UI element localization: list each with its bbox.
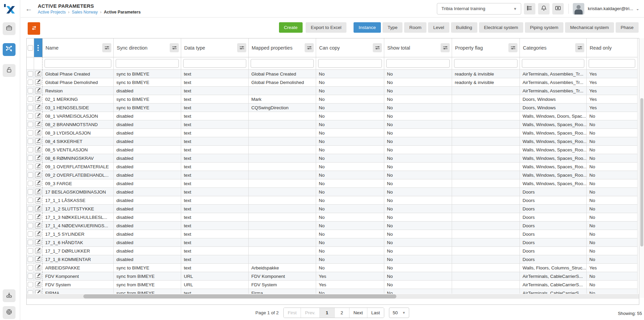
filter-input-property-flag[interactable] xyxy=(454,59,517,68)
filter-input-read-only[interactable] xyxy=(589,59,635,68)
edit-row-button[interactable] xyxy=(35,155,41,161)
row-checkbox[interactable] xyxy=(28,290,33,294)
row-checkbox[interactable] xyxy=(28,231,33,237)
filter-input-show-total[interactable] xyxy=(386,59,450,68)
edit-row-button[interactable] xyxy=(35,88,41,94)
page-button-2[interactable]: 2 xyxy=(335,308,349,318)
sidebar-item-import[interactable] xyxy=(3,289,16,302)
edit-row-button[interactable] xyxy=(35,206,41,212)
filter-input-categories[interactable] xyxy=(522,59,584,68)
project-selector[interactable]: Tribia Internal training ▼ xyxy=(437,3,521,14)
row-checkbox[interactable] xyxy=(28,223,33,228)
avatar[interactable] xyxy=(573,3,584,14)
filter-input-data-type[interactable] xyxy=(183,59,246,68)
filter-input-can-copy[interactable] xyxy=(318,59,382,68)
column-header-categories[interactable]: Categories xyxy=(520,38,587,57)
tab-electrical-system[interactable]: Electrical system xyxy=(479,22,523,33)
edit-row-button[interactable] xyxy=(35,96,41,102)
breadcrumb-sales-norway[interactable]: Sales Norway xyxy=(72,10,98,14)
filter-icon[interactable] xyxy=(237,43,246,52)
page-button-1[interactable]: 1 xyxy=(320,308,335,318)
row-checkbox[interactable] xyxy=(28,248,33,254)
row-checkbox[interactable] xyxy=(28,181,33,186)
tab-piping-system[interactable]: Piping system xyxy=(525,22,563,33)
edit-row-button[interactable] xyxy=(35,79,41,85)
tasklist-button[interactable] xyxy=(524,3,535,14)
edit-row-button[interactable] xyxy=(35,273,41,279)
page-button-next[interactable]: Next xyxy=(349,308,367,318)
column-menu-button[interactable] xyxy=(34,38,43,57)
row-checkbox[interactable] xyxy=(28,282,33,287)
edit-row-button[interactable] xyxy=(35,138,41,144)
edit-row-button[interactable] xyxy=(35,180,41,186)
row-checkbox[interactable] xyxy=(28,189,33,195)
row-checkbox[interactable] xyxy=(28,257,33,262)
edit-row-button[interactable] xyxy=(35,164,41,170)
row-checkbox[interactable] xyxy=(28,265,33,270)
column-header-can-copy[interactable]: Can copy xyxy=(316,38,384,57)
tab-level[interactable]: Level xyxy=(428,22,449,33)
vertical-scrollbar-thumb[interactable] xyxy=(640,98,643,246)
tab-mechanical-system[interactable]: Mechanical system xyxy=(565,22,614,33)
sidebar-item-help[interactable] xyxy=(3,306,16,319)
row-checkbox[interactable] xyxy=(28,214,33,220)
edit-row-button[interactable] xyxy=(35,147,41,153)
filter-input-sync-direction[interactable] xyxy=(116,59,179,68)
sidebar-item-projects[interactable] xyxy=(3,22,16,35)
create-button[interactable]: Create xyxy=(279,22,303,33)
row-checkbox[interactable] xyxy=(28,172,33,178)
back-button[interactable]: ← xyxy=(25,5,32,12)
row-checkbox[interactable] xyxy=(28,240,33,245)
column-header-data-type[interactable]: Data type xyxy=(181,38,249,57)
row-checkbox[interactable] xyxy=(28,122,33,127)
panels-button[interactable] xyxy=(552,3,564,14)
horizontal-scrollbar[interactable] xyxy=(27,294,639,299)
edit-row-button[interactable] xyxy=(35,113,41,119)
tab-instance[interactable]: Instance xyxy=(354,22,381,33)
edit-row-button[interactable] xyxy=(35,130,41,136)
column-header-show-total[interactable]: Show total xyxy=(384,38,452,57)
edit-row-button[interactable] xyxy=(35,231,41,237)
edit-row-button[interactable] xyxy=(35,121,41,127)
column-header-mapped-properties[interactable]: Mapped properties xyxy=(249,38,316,57)
filter-input-name[interactable] xyxy=(45,59,111,68)
filter-icon[interactable] xyxy=(373,43,382,52)
row-checkbox[interactable] xyxy=(28,96,33,102)
edit-row-button[interactable] xyxy=(35,248,41,254)
breadcrumb-active-projects[interactable]: Active Projects xyxy=(38,10,66,14)
edit-row-button[interactable] xyxy=(35,105,41,111)
edit-row-button[interactable] xyxy=(35,189,41,195)
filter-icon[interactable] xyxy=(102,43,111,52)
page-button-last[interactable]: Last xyxy=(367,308,384,318)
sidebar-item-permissions[interactable] xyxy=(3,64,16,77)
sidebar-item-model-sync[interactable] xyxy=(3,43,16,56)
column-header-sync-direction[interactable]: Sync direction xyxy=(114,38,181,57)
swap-view-button[interactable] xyxy=(28,22,40,35)
filter-icon[interactable] xyxy=(441,43,450,52)
row-checkbox[interactable] xyxy=(28,88,33,93)
filter-icon[interactable] xyxy=(508,43,517,52)
chevron-down-icon[interactable]: ⌄ xyxy=(636,6,639,11)
row-checkbox[interactable] xyxy=(28,80,33,85)
vertical-scrollbar[interactable] xyxy=(640,38,644,298)
column-header-read-only[interactable]: Read only xyxy=(587,38,638,57)
edit-row-button[interactable] xyxy=(35,71,41,77)
row-checkbox[interactable] xyxy=(28,198,33,203)
filter-icon[interactable] xyxy=(575,43,584,52)
tab-building[interactable]: Building xyxy=(451,22,477,33)
row-checkbox[interactable] xyxy=(28,206,33,211)
select-all-checkbox[interactable] xyxy=(28,45,33,51)
filter-icon[interactable] xyxy=(305,43,314,52)
row-checkbox[interactable] xyxy=(28,139,33,144)
edit-row-button[interactable] xyxy=(35,172,41,178)
page-size-select[interactable]: 50 ▼ xyxy=(389,308,409,318)
row-checkbox[interactable] xyxy=(28,273,33,279)
edit-row-button[interactable] xyxy=(35,223,41,229)
notifications-button[interactable] xyxy=(538,3,550,14)
edit-row-button[interactable] xyxy=(35,290,41,294)
horizontal-scrollbar-thumb[interactable] xyxy=(83,294,396,298)
row-checkbox[interactable] xyxy=(28,113,33,119)
tab-type[interactable]: Type xyxy=(383,22,402,33)
export-to-excel-button[interactable]: Export to Excel xyxy=(306,22,346,33)
row-checkbox[interactable] xyxy=(28,164,33,169)
